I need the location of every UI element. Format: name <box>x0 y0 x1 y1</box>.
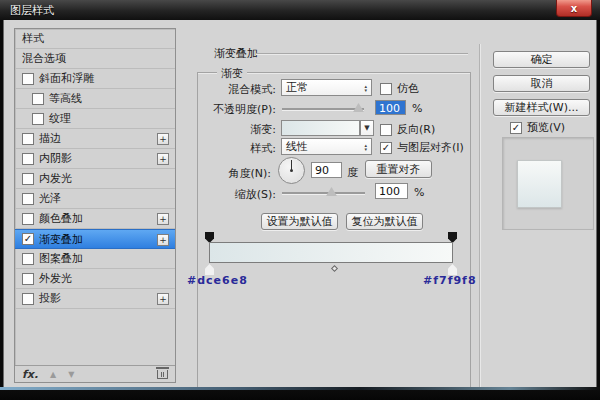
layer-style-dialog: 图层样式 x 样式混合选项斜面和浮雕等高线纹理描边+内阴影+内发光光泽颜色叠加+… <box>0 0 600 400</box>
scale-field[interactable]: 100 <box>375 183 408 199</box>
effect-checkbox[interactable] <box>22 173 34 185</box>
title-bar[interactable]: 图层样式 x <box>0 0 600 20</box>
cancel-button[interactable]: 取消 <box>493 75 590 92</box>
preview-panel <box>502 137 594 230</box>
sidebar-item-3[interactable]: 等高线 <box>15 89 175 109</box>
sidebar-item-13[interactable]: 投影+ <box>15 289 175 309</box>
sidebar-item-10[interactable]: 渐变叠加+ <box>15 229 175 249</box>
sidebar-item-6[interactable]: 内阴影+ <box>15 149 175 169</box>
panel-divider <box>479 44 480 400</box>
sidebar-item-label: 混合选项 <box>22 51 66 66</box>
sidebar-item-9[interactable]: 颜色叠加+ <box>15 209 175 229</box>
angle-dial[interactable] <box>278 157 305 184</box>
effect-checkbox[interactable] <box>22 133 34 145</box>
style-list-toolbar: fx. ▲ ▼ <box>15 365 175 382</box>
cancel-label: 取消 <box>531 76 553 91</box>
sidebar-item-label: 等高线 <box>49 91 82 106</box>
reverse-label: 反向(R) <box>397 122 435 137</box>
preview-checkbox-row[interactable]: 预览(V) <box>510 120 565 135</box>
effect-checkbox[interactable] <box>22 233 34 245</box>
gradient-start-hex-label: #dce6e8 <box>187 274 248 287</box>
add-instance-icon[interactable]: + <box>157 133 169 145</box>
sidebar-item-label: 内阴影 <box>39 151 72 166</box>
style-select[interactable]: 线性 ▴▾ <box>281 138 372 155</box>
fx-icon[interactable]: fx. <box>22 368 38 381</box>
sidebar-item-label: 图案叠加 <box>39 251 83 266</box>
spinner-icon: ▴▾ <box>364 143 367 151</box>
reset-alignment-button[interactable]: 重置对齐 <box>365 160 432 178</box>
preview-label: 预览(V) <box>527 120 565 135</box>
style-label: 样式: <box>204 141 276 156</box>
angle-label: 角度(N): <box>199 166 271 181</box>
align-with-layer-checkbox[interactable] <box>380 142 392 154</box>
new-style-button[interactable]: 新建样式(W)... <box>493 99 590 116</box>
gradient-label: 渐变: <box>204 122 276 137</box>
effect-checkbox[interactable] <box>22 153 34 165</box>
dither-checkbox-row[interactable]: 仿色 <box>380 81 419 96</box>
chevron-down-icon: ▼ <box>364 124 369 132</box>
add-instance-icon[interactable]: + <box>157 213 169 225</box>
gradient-picker-button[interactable]: ▼ <box>360 120 374 136</box>
reset-alignment-label: 重置对齐 <box>377 162 421 177</box>
effect-checkbox[interactable] <box>22 273 34 285</box>
sidebar-item-8[interactable]: 光泽 <box>15 189 175 209</box>
add-instance-icon[interactable]: + <box>157 293 169 305</box>
sidebar-item-11[interactable]: 图案叠加 <box>15 249 175 269</box>
reset-default-label: 复位为默认值 <box>352 214 418 229</box>
effect-checkbox[interactable] <box>22 213 34 225</box>
ok-button[interactable]: 确定 <box>493 51 590 68</box>
blend-mode-select[interactable]: 正常 ▴▾ <box>281 79 372 96</box>
opacity-unit: % <box>412 102 424 115</box>
spinner-icon: ▴▾ <box>364 84 367 92</box>
delete-effect-icon[interactable] <box>157 370 168 379</box>
reverse-checkbox[interactable] <box>380 124 392 136</box>
sidebar-item-label: 颜色叠加 <box>39 211 83 226</box>
gradient-swatch[interactable] <box>281 120 360 136</box>
effect-checkbox[interactable] <box>22 193 34 205</box>
angle-field[interactable]: 90 <box>311 162 342 178</box>
style-list: 样式混合选项斜面和浮雕等高线纹理描边+内阴影+内发光光泽颜色叠加+渐变叠加+图案… <box>14 28 176 383</box>
gradient-bar[interactable] <box>209 242 453 263</box>
add-instance-icon[interactable]: + <box>157 234 169 246</box>
sidebar-item-7[interactable]: 内发光 <box>15 169 175 189</box>
move-down-icon[interactable]: ▼ <box>68 370 74 379</box>
set-default-button[interactable]: 设置为默认值 <box>261 213 338 230</box>
sidebar-item-12[interactable]: 外发光 <box>15 269 175 289</box>
effect-checkbox[interactable] <box>22 293 34 305</box>
scale-slider[interactable] <box>282 192 365 195</box>
move-up-icon[interactable]: ▲ <box>50 370 56 379</box>
align-checkbox-row[interactable]: 与图层对齐(I) <box>380 140 464 155</box>
set-default-label: 设置为默认值 <box>267 214 333 229</box>
effect-checkbox[interactable] <box>32 113 44 125</box>
preview-swatch <box>517 160 562 208</box>
sidebar-item-label: 斜面和浮雕 <box>39 71 94 86</box>
dither-checkbox[interactable] <box>380 83 392 95</box>
close-button[interactable]: x <box>556 0 592 17</box>
effect-checkbox[interactable] <box>22 73 34 85</box>
opacity-slider[interactable] <box>282 108 364 111</box>
sidebar-item-label: 投影 <box>39 291 61 306</box>
sidebar-item-label: 渐变叠加 <box>39 232 83 247</box>
window-title: 图层样式 <box>10 3 54 18</box>
reverse-checkbox-row[interactable]: 反向(R) <box>380 122 435 137</box>
sidebar-item-1[interactable]: 混合选项 <box>15 49 175 69</box>
sidebar-item-2[interactable]: 斜面和浮雕 <box>15 69 175 89</box>
gradient-group-label: 渐变 <box>217 66 247 81</box>
opacity-field[interactable]: 100 <box>375 100 406 115</box>
sidebar-item-4[interactable]: 纹理 <box>15 109 175 129</box>
sidebar-item-label: 样式 <box>22 31 44 46</box>
gradient-end-hex-label: #f7f9f8 <box>423 274 477 287</box>
section-divider <box>256 53 468 54</box>
style-value: 线性 <box>286 139 308 154</box>
sidebar-item-5[interactable]: 描边+ <box>15 129 175 149</box>
reset-default-button[interactable]: 复位为默认值 <box>346 213 423 230</box>
angle-center-dot <box>290 169 293 172</box>
add-instance-icon[interactable]: + <box>157 153 169 165</box>
sidebar-item-label: 描边 <box>39 131 61 146</box>
effect-checkbox[interactable] <box>22 253 34 265</box>
sidebar-item-0[interactable]: 样式 <box>15 29 175 49</box>
section-title: 渐变叠加 <box>214 46 258 61</box>
preview-checkbox[interactable] <box>510 122 522 134</box>
effect-checkbox[interactable] <box>32 93 44 105</box>
new-style-label: 新建样式(W)... <box>505 100 579 115</box>
